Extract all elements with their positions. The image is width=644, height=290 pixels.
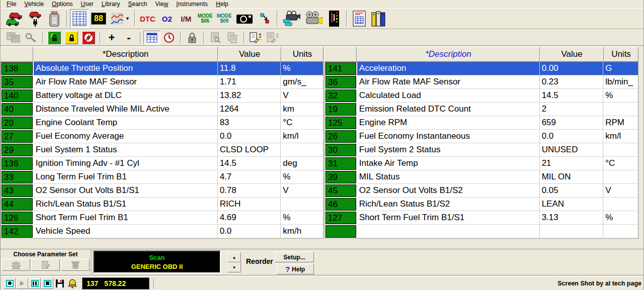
remove-parameter-button[interactable]: - xyxy=(120,31,137,45)
table-row[interactable]: 20Engine Coolant Temp83°C xyxy=(1,116,323,130)
param-id-cell[interactable]: 36 xyxy=(326,76,356,88)
param-units-cell[interactable]: % xyxy=(281,62,323,75)
param-description-cell[interactable]: Acceleration xyxy=(357,62,540,75)
pause-button[interactable] xyxy=(29,278,41,289)
digital-display-button[interactable]: 88 xyxy=(89,9,108,28)
connect-vehicle-button[interactable] xyxy=(26,9,45,28)
menu-library[interactable]: Library xyxy=(98,1,124,8)
table-row[interactable]: 33Long Term Fuel Trim B14.7% xyxy=(1,170,323,184)
table-row[interactable]: 142Vehicle Speed0.0km/h xyxy=(1,225,323,238)
param-units-cell[interactable] xyxy=(603,103,638,116)
param-value-cell[interactable]: 14.5 xyxy=(218,157,281,170)
param-value-cell[interactable]: 3.13 xyxy=(540,211,604,225)
add-parameter-button[interactable]: + xyxy=(103,31,120,45)
param-units-cell[interactable]: deg xyxy=(281,157,323,170)
value-column-header[interactable]: Value xyxy=(540,47,604,62)
mode06-button[interactable]: MODE $06 xyxy=(196,9,215,28)
param-id-cell[interactable]: 27 xyxy=(2,130,33,143)
edit-parameter-set-button[interactable] xyxy=(31,259,60,271)
record-video-button[interactable] xyxy=(280,9,302,28)
param-value-cell[interactable]: 0.0 xyxy=(218,225,281,238)
table-row[interactable]: 141Acceleration0.00G xyxy=(325,62,638,75)
search-key-button[interactable] xyxy=(23,31,40,45)
param-value-cell[interactable] xyxy=(540,225,604,238)
param-units-cell[interactable]: °C xyxy=(281,116,323,130)
param-units-cell[interactable] xyxy=(281,198,323,211)
reorder-up-button[interactable]: ▲ xyxy=(227,252,241,262)
mode09-button[interactable]: MODE $09 xyxy=(215,9,234,28)
param-units-cell[interactable]: % xyxy=(281,211,323,225)
param-units-cell[interactable]: V xyxy=(281,89,323,103)
description-column-header[interactable]: *Description xyxy=(33,47,218,62)
playback-button[interactable] xyxy=(302,9,325,28)
param-description-cell[interactable]: Calculated Load xyxy=(357,89,540,103)
param-value-cell[interactable]: 11.8 xyxy=(218,62,281,75)
snapshot-button[interactable] xyxy=(234,9,255,28)
table-row[interactable]: 46Rich/Lean Status B1/S2LEAN xyxy=(325,198,638,211)
table-row[interactable]: 30Fuel System 2 StatusUNUSED xyxy=(325,143,638,157)
run-script-disabled-button[interactable] xyxy=(264,31,281,45)
unlock-all-button[interactable] xyxy=(46,31,63,45)
vehicles-button[interactable] xyxy=(4,9,26,28)
o2-tests-button[interactable]: O2 xyxy=(157,9,177,28)
param-id-cell[interactable]: 136 xyxy=(2,157,33,170)
param-id-cell[interactable]: 33 xyxy=(2,171,33,183)
param-value-cell[interactable]: 13.82 xyxy=(218,89,281,103)
param-units-cell[interactable] xyxy=(281,143,323,157)
param-value-cell[interactable]: 1264 xyxy=(218,103,281,116)
table-row[interactable]: 45O2 Sensor Out Volts B1/S20.05V xyxy=(325,184,638,198)
event-marker-button[interactable] xyxy=(66,278,78,289)
param-id-cell[interactable]: 140 xyxy=(2,89,33,102)
param-value-cell[interactable]: 0.78 xyxy=(218,184,281,198)
param-id-cell[interactable]: 31 xyxy=(326,157,356,170)
led-panel-button[interactable] xyxy=(325,9,344,28)
delete-parameter-set-button[interactable] xyxy=(61,259,90,271)
param-description-cell[interactable]: Fuel Economy Average xyxy=(34,130,218,143)
param-value-cell[interactable]: 1.71 xyxy=(218,75,281,89)
data-table-view-button[interactable] xyxy=(70,9,89,28)
table-row[interactable]: 31Intake Air Temp21°C xyxy=(325,157,638,170)
param-id-cell[interactable]: 126 xyxy=(2,212,33,224)
id-column-header[interactable] xyxy=(1,47,33,62)
lock-button[interactable] xyxy=(184,31,201,45)
param-units-cell[interactable]: °C xyxy=(603,157,638,170)
run-script-button[interactable] xyxy=(247,31,264,45)
param-description-cell[interactable]: Intake Air Temp xyxy=(357,157,540,170)
param-id-cell[interactable]: 32 xyxy=(326,89,356,102)
param-description-cell[interactable]: O2 Sensor Out Volts B1/S2 xyxy=(357,184,540,198)
param-value-cell[interactable]: UNUSED xyxy=(540,143,604,157)
help-button[interactable]: ? Help xyxy=(276,264,314,274)
table-row[interactable]: 125Engine RPM659RPM xyxy=(325,116,638,130)
param-value-cell[interactable]: 0.0 xyxy=(218,130,281,143)
param-id-cell[interactable]: 43 xyxy=(2,184,33,197)
table-row[interactable]: 43O2 Sensor Out Volts B1/S10.78V xyxy=(1,184,323,198)
param-units-cell[interactable]: lb/min_ xyxy=(603,75,638,89)
table-mode-button[interactable] xyxy=(143,31,160,45)
table-row[interactable]: 127Short Term Fuel Trim B1/S13.13% xyxy=(325,211,638,225)
param-description-cell[interactable]: O2 Sensor Out Volts B1/S1 xyxy=(34,184,218,198)
copy-button[interactable] xyxy=(224,31,241,45)
param-value-cell[interactable]: 4.7 xyxy=(218,170,281,184)
param-description-cell[interactable]: MIL Status xyxy=(357,170,540,184)
param-description-cell[interactable]: Rich/Lean Status B1/S1 xyxy=(34,198,218,211)
param-id-cell[interactable]: 40 xyxy=(2,103,33,116)
param-units-cell[interactable]: gm/s_ xyxy=(281,75,323,89)
report-button[interactable] xyxy=(350,9,369,28)
param-id-cell[interactable]: 127 xyxy=(326,212,356,224)
param-value-cell[interactable]: 4.69 xyxy=(218,211,281,225)
table-row[interactable]: 32Calculated Load14.5% xyxy=(325,89,638,103)
param-value-cell[interactable]: 2 xyxy=(540,103,604,116)
param-description-cell[interactable]: Short Term Fuel Trim B1 xyxy=(34,211,218,225)
print-preview-button[interactable] xyxy=(207,31,224,45)
param-units-cell[interactable]: V xyxy=(281,184,323,198)
table-row[interactable]: 35Air Flow Rate MAF Sensor1.71gm/s_ xyxy=(1,75,323,89)
param-description-cell[interactable]: Long Term Fuel Trim B1 xyxy=(34,170,218,184)
table-row[interactable]: 138Absolute Throttle Position11.8% xyxy=(1,62,323,75)
im-readiness-button[interactable]: I/M xyxy=(177,9,196,28)
param-description-cell[interactable]: Fuel System 2 Status xyxy=(357,143,540,157)
disable-power-button[interactable] xyxy=(80,31,97,45)
param-id-cell[interactable]: 39 xyxy=(326,171,356,183)
param-description-cell[interactable] xyxy=(357,225,540,238)
menu-options[interactable]: Options xyxy=(48,1,76,8)
table-row[interactable]: 44Rich/Lean Status B1/S1RICH xyxy=(1,198,323,211)
